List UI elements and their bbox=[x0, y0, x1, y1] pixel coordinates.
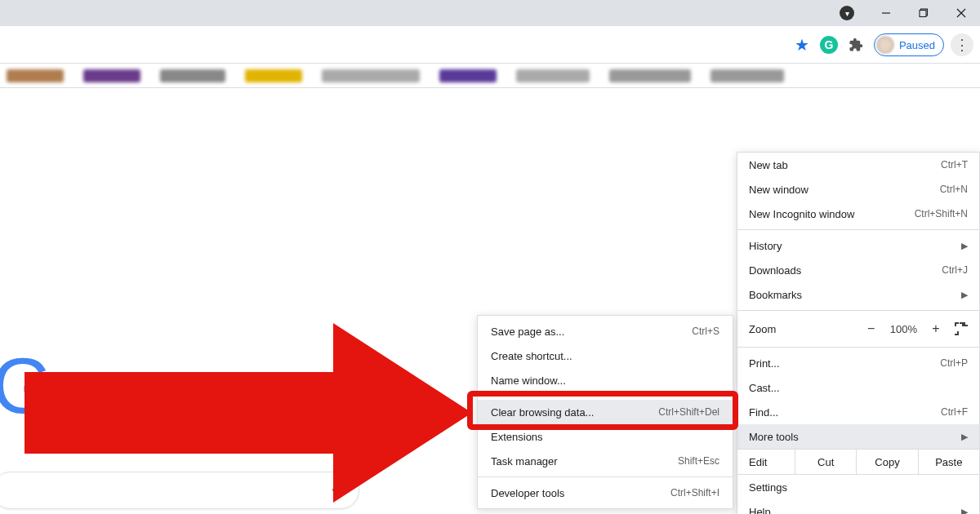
edit-cut-button[interactable]: Cut bbox=[795, 450, 856, 474]
edit-copy-button[interactable]: Copy bbox=[856, 450, 917, 474]
browser-toolbar: ★ G Paused ⋮ bbox=[0, 26, 980, 64]
bookmark-item[interactable] bbox=[710, 69, 784, 82]
submenu-save-page[interactable]: Save page as... Ctrl+S bbox=[478, 319, 733, 343]
menu-cast[interactable]: Cast... bbox=[737, 375, 979, 400]
bookmark-item[interactable] bbox=[322, 69, 420, 82]
menu-help[interactable]: Help ▶ bbox=[737, 499, 979, 514]
page-content: G New tab Ctrl+T New window Ctrl+N New I… bbox=[0, 88, 980, 514]
grammarly-extension-icon[interactable]: G bbox=[820, 36, 838, 54]
menu-print[interactable]: Print... Ctrl+P bbox=[737, 351, 979, 375]
menu-more-tools[interactable]: More tools ▶ bbox=[737, 424, 979, 449]
extensions-puzzle-icon[interactable] bbox=[844, 33, 867, 56]
menu-bookmarks[interactable]: Bookmarks ▶ bbox=[737, 282, 979, 307]
edit-paste-button[interactable]: Paste bbox=[918, 450, 979, 474]
paused-label: Paused bbox=[899, 39, 935, 51]
minimize-button[interactable] bbox=[867, 0, 905, 26]
menu-find[interactable]: Find... Ctrl+F bbox=[737, 400, 979, 424]
submenu-developer-tools[interactable]: Developer tools Ctrl+Shift+I bbox=[478, 481, 733, 505]
menu-separator bbox=[737, 310, 979, 311]
menu-separator bbox=[478, 476, 733, 477]
menu-separator bbox=[478, 396, 733, 397]
fullscreen-icon[interactable] bbox=[955, 322, 968, 335]
menu-downloads[interactable]: Downloads Ctrl+J bbox=[737, 258, 979, 282]
profile-paused-chip[interactable]: Paused bbox=[874, 33, 944, 56]
maximize-button[interactable] bbox=[905, 0, 942, 26]
bookmark-item[interactable] bbox=[439, 69, 497, 82]
zoom-out-button[interactable]: − bbox=[866, 321, 877, 336]
voice-search-icon[interactable] bbox=[329, 480, 344, 501]
svg-rect-2 bbox=[920, 11, 926, 17]
submenu-task-manager[interactable]: Task manager Shift+Esc bbox=[478, 449, 733, 473]
chrome-menu-button[interactable]: ⋮ bbox=[951, 33, 973, 56]
submenu-arrow-icon: ▶ bbox=[961, 241, 968, 251]
close-button[interactable] bbox=[942, 0, 980, 26]
menu-settings[interactable]: Settings bbox=[737, 475, 979, 499]
menu-new-window[interactable]: New window Ctrl+N bbox=[737, 177, 979, 202]
submenu-create-shortcut[interactable]: Create shortcut... bbox=[478, 343, 733, 368]
edit-label: Edit bbox=[737, 456, 795, 468]
bookmark-item[interactable] bbox=[245, 69, 302, 82]
zoom-in-button[interactable]: + bbox=[930, 321, 942, 336]
search-box[interactable] bbox=[0, 472, 359, 509]
window-titlebar: ▾ bbox=[0, 0, 980, 26]
submenu-arrow-icon: ▶ bbox=[961, 290, 968, 300]
submenu-name-window[interactable]: Name window... bbox=[478, 368, 733, 392]
more-tools-submenu: Save page as... Ctrl+S Create shortcut..… bbox=[477, 315, 733, 509]
menu-new-tab[interactable]: New tab Ctrl+T bbox=[737, 153, 979, 177]
avatar-icon bbox=[876, 36, 894, 54]
menu-edit-row: Edit Cut Copy Paste bbox=[737, 449, 979, 475]
bookmark-item[interactable] bbox=[160, 69, 225, 82]
zoom-percent: 100% bbox=[890, 323, 917, 335]
menu-zoom-row: Zoom − 100% + bbox=[737, 314, 979, 343]
bookmark-item[interactable] bbox=[516, 69, 590, 82]
menu-new-incognito[interactable]: New Incognito window Ctrl+Shift+N bbox=[737, 202, 979, 226]
menu-history[interactable]: History ▶ bbox=[737, 233, 979, 258]
bookmark-star-icon[interactable]: ★ bbox=[791, 33, 813, 56]
zoom-label: Zoom bbox=[749, 323, 776, 335]
google-logo: G bbox=[0, 341, 47, 431]
submenu-arrow-icon: ▶ bbox=[961, 432, 968, 442]
bookmark-item[interactable] bbox=[83, 69, 140, 82]
submenu-arrow-icon: ▶ bbox=[961, 507, 968, 515]
sync-indicator-icon[interactable]: ▾ bbox=[840, 6, 854, 20]
submenu-clear-browsing-data[interactable]: Clear browsing data... Ctrl+Shift+Del bbox=[478, 400, 733, 424]
bookmarks-bar bbox=[0, 64, 980, 88]
bookmark-item[interactable] bbox=[609, 69, 691, 82]
menu-separator bbox=[737, 347, 979, 348]
bookmark-item[interactable] bbox=[7, 69, 64, 82]
menu-separator bbox=[737, 229, 979, 230]
chrome-main-menu: New tab Ctrl+T New window Ctrl+N New Inc… bbox=[737, 152, 980, 514]
submenu-extensions[interactable]: Extensions bbox=[478, 424, 733, 449]
